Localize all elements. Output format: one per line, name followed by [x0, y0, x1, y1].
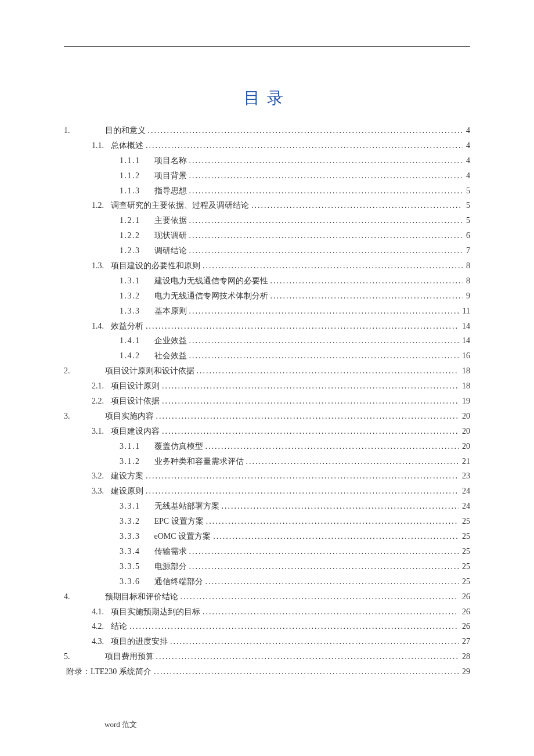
toc-entry-text: 基本原则 — [154, 304, 187, 319]
toc-entry[interactable]: 2.2.项目设计依据19 — [64, 394, 470, 409]
toc-leader — [222, 499, 459, 514]
toc-entry-text: 社会效益 — [154, 348, 187, 363]
toc-entry[interactable]: 1.4.效益分析14 — [64, 319, 470, 334]
toc-entry[interactable]: 3.3.3eOMC 设置方案25 — [64, 529, 470, 544]
toc-entry-number: 1.1.2 — [120, 168, 140, 183]
toc-entry[interactable]: 1.2.2现状调研6 — [64, 228, 470, 243]
toc-entry-text: 电源部分 — [154, 559, 187, 574]
toc-entry[interactable]: 3.项目实施内容20 — [64, 409, 470, 424]
toc-entry[interactable]: 3.1.2业务种类和容量需求评估21 — [64, 454, 470, 469]
toc-entry-text: 建设原则 — [111, 484, 143, 499]
toc-leader — [251, 198, 463, 213]
toc-entry-number: 3.2. — [92, 469, 104, 484]
toc-entry-number: 5. — [64, 649, 70, 664]
toc-entry-page: 28 — [462, 649, 470, 664]
toc-leader — [189, 243, 463, 258]
toc-entry-number: 3. — [64, 409, 70, 424]
toc-leader — [189, 348, 459, 363]
toc-entry[interactable]: 4.3.项目的进度安排27 — [64, 634, 470, 649]
toc-entry-page: 25 — [462, 574, 470, 589]
toc-entry-number: 1.3.2 — [120, 289, 140, 304]
toc-entry-number: 1.3.3 — [120, 304, 140, 319]
toc-entry-number: 1. — [64, 123, 70, 138]
toc-entry[interactable]: 3.3.4传输需求25 — [64, 544, 470, 559]
toc-entry-text: 项目名称 — [154, 153, 187, 168]
toc-entry-text: 项目设计原则 — [111, 379, 160, 394]
toc-entry[interactable]: 1.4.2社会效益16 — [64, 348, 470, 363]
toc-entry-text: 结论 — [111, 619, 127, 634]
toc-entry-text: 企业效益 — [154, 333, 187, 348]
toc-entry[interactable]: 3.3.5电源部分25 — [64, 559, 470, 574]
toc-entry-number: 1.4.1 — [120, 333, 140, 348]
page-footer: word 范文 — [104, 719, 137, 730]
toc-entry-page: 14 — [462, 333, 470, 348]
toc-entry[interactable]: 1.4.1企业效益14 — [64, 333, 470, 348]
toc-entry[interactable]: 1.1.3指导思想5 — [64, 183, 470, 199]
toc-entry[interactable]: 1.3.1建设电力无线通信专网的必要性8 — [64, 273, 470, 289]
toc-entry-page: 20 — [462, 424, 470, 439]
toc-entry[interactable]: 1.2.调查研究的主要依据、过程及调研结论5 — [64, 198, 470, 213]
toc-entry-page: 23 — [462, 469, 470, 484]
toc-entry[interactable]: 1.3.2电力无线通信专网技术体制分析9 — [64, 289, 470, 304]
toc-entry-number: 1.4.2 — [120, 348, 140, 363]
toc-entry-page: 25 — [462, 544, 470, 559]
toc-entry[interactable]: 3.1.1覆盖仿真模型20 — [64, 439, 470, 454]
toc-entry[interactable]: 2.项目设计原则和设计依据18 — [64, 363, 470, 379]
toc-entry-page: 25 — [462, 559, 470, 574]
toc-entry-number: 2.2. — [92, 394, 104, 409]
toc-leader — [156, 649, 459, 664]
toc-entry[interactable]: 1.2.1主要依据5 — [64, 213, 470, 228]
toc-entry-number: 1.4. — [92, 319, 104, 334]
toc-entry[interactable]: 1.1.2项目背景4 — [64, 168, 470, 183]
toc-leader — [146, 469, 459, 484]
toc-leader — [189, 333, 459, 348]
toc-leader — [181, 589, 459, 604]
toc-entry[interactable]: 3.3.建设原则24 — [64, 484, 470, 499]
toc-entry[interactable]: 1.3.3基本原则11 — [64, 304, 470, 319]
toc-leader — [270, 289, 463, 304]
toc-leader — [246, 454, 459, 469]
toc-entry-text: 项目设计原则和设计依据 — [105, 363, 194, 379]
toc-entry[interactable]: 3.1.项目建设内容20 — [64, 424, 470, 439]
toc-leader — [148, 123, 463, 138]
toc-entry-number: 3.3.1 — [120, 499, 140, 514]
toc-leader — [205, 574, 459, 589]
toc-entry[interactable]: 附录：LTE230 系统简介29 — [64, 664, 470, 679]
toc-entry[interactable]: 1.3.项目建设的必要性和原则8 — [64, 258, 470, 273]
toc-leader — [189, 304, 459, 319]
toc-entry[interactable]: 3.2.建设方案23 — [64, 469, 470, 484]
toc-leader — [170, 634, 459, 649]
toc-entry[interactable]: 4.2.结论26 — [64, 619, 470, 634]
toc-entry-number: 4.2. — [92, 619, 104, 634]
toc-entry[interactable]: 4.1.项目实施预期达到的目标26 — [64, 604, 470, 620]
toc-entry[interactable]: 4.预期目标和评价结论26 — [64, 589, 470, 604]
toc-entry[interactable]: 1.1.1项目名称4 — [64, 153, 470, 168]
toc-entry[interactable]: 1.1.总体概述4 — [64, 138, 470, 153]
toc-entry-number: 3.3.6 — [120, 574, 140, 589]
toc-entry[interactable]: 3.3.6通信终端部分25 — [64, 574, 470, 589]
toc-entry-text: 项目建设的必要性和原则 — [111, 258, 200, 273]
toc-leader — [205, 439, 459, 454]
toc-entry-text: 项目实施预期达到的目标 — [111, 604, 200, 620]
toc-leader — [156, 409, 459, 424]
toc-entry[interactable]: 3.3.2EPC 设置方案25 — [64, 514, 470, 529]
toc-entry[interactable]: 1.目的和意义4 — [64, 123, 470, 138]
toc-entry-page: 20 — [462, 409, 470, 424]
toc-entry[interactable]: 5.项目费用预算28 — [64, 649, 470, 664]
toc-list: 1.目的和意义41.1.总体概述41.1.1项目名称41.1.2项目背景41.1… — [64, 123, 470, 679]
toc-entry-text: 调查研究的主要依据、过程及调研结论 — [111, 198, 249, 213]
toc-entry-page: 4 — [466, 138, 470, 153]
toc-entry[interactable]: 2.1.项目设计原则18 — [64, 379, 470, 394]
toc-entry-text: 预期目标和评价结论 — [105, 589, 178, 604]
toc-entry[interactable]: 1.2.3调研结论7 — [64, 243, 470, 258]
toc-leader — [189, 228, 463, 243]
toc-entry-page: 21 — [462, 454, 470, 469]
toc-entry-number: 1.1. — [92, 138, 104, 153]
toc-entry-page: 25 — [462, 514, 470, 529]
toc-entry[interactable]: 3.3.1无线基站部署方案24 — [64, 499, 470, 514]
toc-entry-page: 5 — [466, 213, 470, 228]
toc-entry-page: 9 — [466, 289, 470, 304]
toc-leader — [129, 619, 459, 634]
toc-leader — [154, 664, 459, 679]
toc-entry-text: 项目建设内容 — [111, 424, 160, 439]
